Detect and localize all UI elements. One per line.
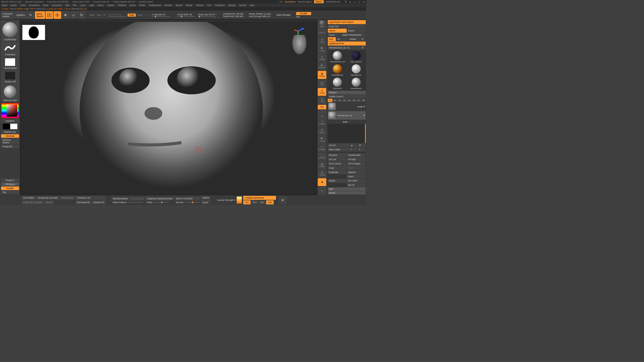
groups-split-button[interactable]: Groups Split bbox=[130, 197, 145, 201]
v-tab[interactable]: V2 bbox=[333, 99, 337, 102]
menu-zscript[interactable]: Zscript bbox=[239, 4, 246, 7]
bpr-button[interactable]: BPR bbox=[318, 20, 326, 28]
lightbox-button[interactable]: LightBox bbox=[15, 11, 26, 19]
goz-button[interactable]: GoZ bbox=[328, 37, 336, 41]
inflate-slider[interactable]: Inflate bbox=[147, 201, 153, 204]
merge-similar-button[interactable]: Merge Similar Groups bbox=[249, 13, 271, 15]
grow-button[interactable]: Grow bbox=[201, 200, 211, 204]
v-tab[interactable]: V7 bbox=[356, 99, 361, 102]
menu-document[interactable]: Document bbox=[29, 4, 39, 7]
move-mode-button[interactable]: ✥ bbox=[62, 11, 69, 19]
actual-button[interactable]: ⊡Actual bbox=[318, 54, 326, 62]
menu-movie[interactable]: Movie bbox=[130, 4, 136, 7]
append-button[interactable]: Append bbox=[347, 170, 366, 174]
import-button[interactable]: Import bbox=[328, 29, 347, 33]
copy-button[interactable]: Copy bbox=[328, 166, 347, 170]
minimize-icon[interactable]: — bbox=[353, 1, 356, 3]
down-arrow-icon[interactable]: ▼ bbox=[358, 143, 366, 147]
v-tab[interactable]: V3 bbox=[337, 99, 342, 102]
move-view-button[interactable]: ✥Move bbox=[318, 127, 326, 135]
paste-button[interactable]: Paste bbox=[347, 166, 366, 170]
goz-r-button[interactable]: R bbox=[361, 37, 366, 41]
menus-button[interactable]: Menus bbox=[314, 0, 324, 3]
delete-button[interactable]: Delete bbox=[328, 179, 347, 183]
goz-all-button[interactable]: All bbox=[336, 37, 348, 41]
insert-button[interactable]: Insert bbox=[347, 174, 366, 178]
tool-item[interactable]: EraserBrush bbox=[347, 77, 366, 90]
crease-pg-button[interactable]: Crease PG bbox=[92, 200, 106, 204]
subtool-item[interactable]: ●●●◐ 👁 bbox=[328, 102, 366, 111]
menu-dynamics[interactable]: Dynamics bbox=[52, 4, 62, 7]
ghost-button[interactable]: ◉ bbox=[318, 178, 326, 186]
auto-groups-button[interactable]: Auto Groups bbox=[276, 14, 291, 16]
backface-mask-button[interactable]: BackfaceMask bbox=[111, 197, 129, 201]
transp-button[interactable]: ◐Transp bbox=[318, 170, 326, 178]
list-all-button[interactable]: List All bbox=[328, 143, 349, 147]
menu-color[interactable]: Color bbox=[20, 4, 26, 7]
range-slider[interactable]: Range 0 bbox=[1, 178, 19, 182]
zoom-button[interactable]: 🔍Zoom bbox=[318, 46, 326, 54]
switch-color-button[interactable]: SwitchColor bbox=[1, 130, 19, 134]
center-button[interactable]: ○ bbox=[318, 110, 326, 114]
menu-brush[interactable]: Brush bbox=[11, 4, 17, 7]
xyz-button[interactable]: Xyz bbox=[318, 105, 326, 109]
v-tab[interactable]: V8 bbox=[361, 99, 366, 102]
rgb-button[interactable]: Rgb bbox=[96, 14, 102, 16]
uncrease-button[interactable]: UnCreaseAll bbox=[75, 200, 91, 204]
menu-alpha[interactable]: Alpha bbox=[2, 4, 7, 7]
menu-preferences[interactable]: Preferences bbox=[149, 4, 161, 7]
sym-x-button[interactable]: >X< bbox=[243, 200, 251, 204]
texture-selector[interactable]: Texture Off bbox=[1, 70, 19, 83]
rotate-view-button[interactable]: ↻Rotate bbox=[318, 144, 326, 152]
menu-help[interactable]: Help bbox=[250, 4, 254, 7]
reference-thumbnail[interactable] bbox=[22, 25, 45, 40]
zcut-button[interactable]: Zcut bbox=[144, 14, 150, 16]
mergedown-button[interactable]: MergeDown bbox=[60, 196, 75, 200]
tool-item[interactable]: SimpleBrush bbox=[328, 64, 347, 77]
camera-preview[interactable] bbox=[292, 35, 307, 55]
clone-button[interactable]: Clone bbox=[328, 33, 341, 37]
quicksave-button[interactable]: QuickSave bbox=[285, 1, 296, 3]
tool-item[interactable]: TheDetective_02 bbox=[328, 51, 347, 63]
load-tools-button[interactable]: Load Tools From Project bbox=[328, 20, 366, 24]
maximize-icon[interactable]: □ bbox=[358, 1, 361, 3]
color-picker[interactable] bbox=[1, 103, 19, 119]
edgeloop-button[interactable]: Edgeloop Masked Border bbox=[146, 197, 174, 201]
fill-object-button[interactable]: FillObject bbox=[1, 183, 19, 186]
rotate-mode-button[interactable]: ↻ bbox=[78, 11, 85, 19]
local-button[interactable]: ●Local bbox=[318, 88, 326, 96]
menu-zplugin[interactable]: Zplugin bbox=[228, 4, 236, 7]
sym-z-button[interactable]: >Z< bbox=[259, 200, 266, 204]
aahalf-button[interactable]: ◧AAHalf bbox=[318, 63, 326, 71]
groups-normals-button[interactable]: Groups By Normals bbox=[36, 196, 59, 200]
symmetry-icon[interactable]: ✦ bbox=[279, 196, 287, 204]
mirror-weld-button[interactable]: Mirror And Weld bbox=[175, 197, 200, 201]
persp-button[interactable]: ▦Persp bbox=[318, 71, 326, 79]
draw-mode-button[interactable] bbox=[54, 11, 61, 19]
paste-tool-button[interactable]: Paste Tool bbox=[347, 24, 366, 28]
crease-lvl-slider[interactable]: CreaseLvl 15 bbox=[75, 196, 106, 200]
focal-shift-slider[interactable]: Focal Shift -54 bbox=[176, 13, 196, 17]
make-polymesh-button[interactable]: Make PolyMesh3D bbox=[341, 33, 366, 37]
projection-master-button[interactable]: Projection Master bbox=[1, 11, 14, 19]
all-to-target-button[interactable]: All To Target bbox=[347, 162, 366, 166]
v-tab[interactable]: V6 bbox=[352, 99, 356, 102]
project-all-button[interactable]: ProjectAll bbox=[1, 145, 19, 148]
gravity-slider[interactable]: Gravity Strength 0 bbox=[217, 199, 235, 201]
menu-stencil[interactable]: Stencil bbox=[176, 4, 182, 7]
sym-y-button[interactable]: >Y< bbox=[251, 200, 258, 204]
zoom-view-button[interactable]: 🔍Zoom bbox=[318, 136, 326, 144]
merge-header[interactable]: Merge bbox=[328, 191, 366, 195]
target-button[interactable]: ◎ bbox=[318, 114, 326, 118]
menu-edit[interactable]: Edit bbox=[65, 4, 69, 7]
rgb-intensity-slider[interactable]: Rgb Intensity bbox=[107, 13, 127, 17]
double-button[interactable]: Double bbox=[296, 12, 311, 15]
close-icon[interactable]: ✕ bbox=[362, 1, 365, 3]
double-sided-button[interactable]: Double bbox=[1, 187, 19, 190]
export-button[interactable]: Export bbox=[347, 29, 366, 33]
inflate-balloon-slider[interactable]: Inflate Balloon bbox=[112, 201, 127, 204]
del-other-button[interactable]: Del Other bbox=[347, 179, 366, 183]
all-low-button[interactable]: All Low bbox=[328, 157, 347, 161]
subtool-header[interactable]: Subtool bbox=[328, 91, 366, 94]
v-tab[interactable]: V5 bbox=[347, 99, 351, 102]
